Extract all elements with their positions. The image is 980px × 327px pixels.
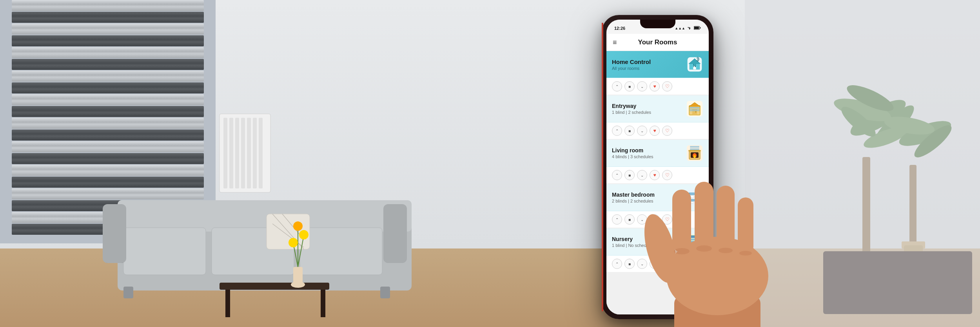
nursery-controls: ⌃ ■ ⌄ ♥ ♡	[606, 256, 709, 272]
svg-rect-53	[694, 27, 699, 29]
favorite-outline-button[interactable]: ♡	[662, 126, 672, 136]
phone-device: 12:26 ▲▲▲	[602, 15, 713, 319]
nursery-card[interactable]: Nursery 1 blind | No schedules	[606, 228, 709, 256]
nursery-name: Nursery	[612, 236, 686, 242]
svg-point-51	[689, 29, 690, 30]
blind-slat	[12, 71, 204, 82]
entryway-icon-svg	[686, 100, 703, 117]
svg-rect-81	[688, 193, 690, 204]
blind-stop-button[interactable]: ■	[624, 259, 635, 269]
app-header: ≡ Your Rooms	[606, 34, 709, 51]
favorite-filled-button[interactable]: ♥	[650, 214, 660, 225]
background-scene	[0, 0, 980, 327]
blind-up-button[interactable]: ⌃	[612, 81, 622, 91]
master-bedroom-info: Master bedroom 2 blinds | 2 schedules	[612, 192, 686, 203]
home-control-icon: N	[686, 56, 703, 73]
menu-icon[interactable]: ≡	[613, 39, 617, 46]
svg-rect-85	[691, 195, 694, 198]
favorite-filled-button[interactable]: ♥	[650, 170, 660, 180]
blind-up-button[interactable]: ⌃	[612, 126, 622, 136]
blind-down-button[interactable]: ⌄	[637, 214, 647, 225]
phone-notch	[640, 20, 675, 28]
blind-slat	[12, 0, 204, 11]
favorite-outline-button[interactable]: ♡	[662, 259, 672, 269]
svg-rect-91	[689, 241, 700, 242]
blind-up-button[interactable]: ⌃	[612, 214, 622, 225]
blind-stop-button[interactable]: ■	[624, 126, 635, 136]
signal-icon: ▲▲▲	[675, 26, 685, 30]
favorite-outline-button[interactable]: ♡	[662, 81, 672, 91]
entryway-icon	[686, 100, 703, 117]
blind-slat	[12, 24, 204, 35]
room-item-home-control: Home Control All your rooms	[606, 51, 709, 95]
blind-slat	[12, 12, 204, 23]
battery-icon	[694, 26, 701, 31]
living-room-info: Living room 4 blinds | 3 schedules	[612, 147, 686, 159]
living-room-icon-svg	[686, 144, 703, 162]
master-bedroom-card[interactable]: Master bedroom 2 blinds | 2 schedules	[606, 184, 709, 211]
master-bedroom-name: Master bedroom	[612, 192, 686, 198]
svg-rect-76	[690, 148, 699, 148]
svg-rect-80	[688, 199, 701, 201]
header-title: Your Rooms	[638, 38, 677, 46]
bedroom-icon-svg	[686, 189, 703, 206]
room-item-master-bedroom: Master bedroom 2 blinds | 2 schedules	[606, 184, 709, 228]
room-list[interactable]: Home Control All your rooms	[606, 51, 709, 314]
svg-rect-54	[700, 27, 701, 29]
favorite-filled-button[interactable]: ♥	[650, 259, 660, 269]
blind-up-button[interactable]: ⌃	[612, 170, 622, 180]
blind-slat	[12, 141, 204, 152]
living-room-card[interactable]: Living room 4 blinds | 3 schedules	[606, 140, 709, 167]
entryway-controls: ⌃ ■ ⌄ ♥ ♡	[606, 122, 709, 139]
living-room-detail: 4 blinds | 3 schedules	[612, 154, 686, 159]
blind-slat	[12, 188, 204, 199]
home-control-controls: ⌃ ■ ⌄ ♥ ♡	[606, 78, 709, 95]
room-item-living-room: Living room 4 blinds | 3 schedules	[606, 140, 709, 184]
blind-stop-button[interactable]: ■	[624, 170, 635, 180]
home-control-detail: All your rooms	[612, 66, 686, 71]
favorite-filled-button[interactable]: ♥	[650, 126, 660, 136]
svg-rect-74	[688, 150, 701, 152]
blind-slat	[12, 224, 204, 235]
nursery-detail: 1 blind | No schedules	[612, 243, 686, 248]
blind-stop-button[interactable]: ■	[624, 214, 635, 225]
floor	[0, 248, 980, 327]
blind-down-button[interactable]: ⌄	[637, 81, 647, 91]
blinds	[12, 0, 204, 236]
entryway-card[interactable]: Entryway 1 blind | 2 schedules	[606, 95, 709, 122]
home-icon-svg: N	[686, 55, 703, 74]
blind-stop-button[interactable]: ■	[624, 81, 635, 91]
blind-down-button[interactable]: ⌄	[637, 170, 647, 180]
room-item-entryway: Entryway 1 blind | 2 schedules	[606, 95, 709, 139]
home-control-card[interactable]: Home Control All your rooms	[606, 51, 709, 78]
blind-down-button[interactable]: ⌄	[637, 126, 647, 136]
blind-down-button[interactable]: ⌄	[637, 259, 647, 269]
living-room-icon	[686, 144, 703, 162]
blind-slat	[12, 153, 204, 164]
wifi-icon	[687, 26, 692, 31]
blind-slat	[12, 165, 204, 176]
favorite-outline-button[interactable]: ♡	[662, 170, 672, 180]
svg-text:N: N	[693, 63, 696, 68]
blind-slat	[12, 47, 204, 58]
svg-rect-66	[690, 109, 700, 110]
nursery-icon-svg	[686, 233, 703, 250]
blind-slat	[12, 59, 204, 70]
blind-up-button[interactable]: ⌃	[612, 259, 622, 269]
svg-rect-77	[690, 149, 699, 150]
favorite-outline-button[interactable]: ♡	[662, 214, 672, 225]
favorite-filled-button[interactable]: ♥	[650, 81, 660, 91]
svg-rect-86	[691, 202, 694, 203]
master-bedroom-icon	[686, 189, 703, 206]
nursery-icon	[686, 233, 703, 250]
blind-slat	[12, 200, 204, 211]
phone-shell: 12:26 ▲▲▲	[602, 15, 713, 319]
living-room-controls: ⌃ ■ ⌄ ♥ ♡	[606, 167, 709, 184]
svg-rect-65	[690, 107, 700, 108]
svg-rect-67	[690, 110, 700, 111]
blind-slat	[12, 35, 204, 46]
living-room-name: Living room	[612, 147, 686, 153]
room-item-nursery: Nursery 1 blind | No schedules	[606, 228, 709, 272]
blind-slat	[12, 94, 204, 105]
nursery-info: Nursery 1 blind | No schedules	[612, 236, 686, 248]
